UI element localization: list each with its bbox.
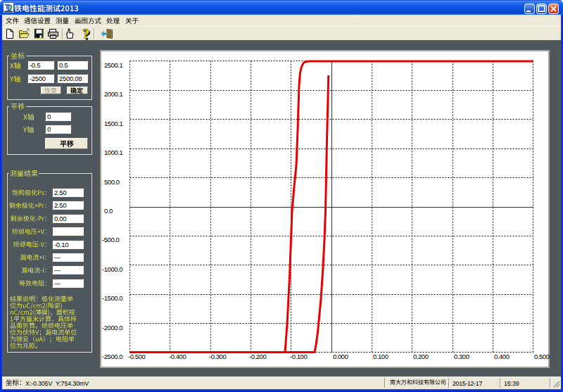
svg-text:?: ? (82, 28, 90, 40)
